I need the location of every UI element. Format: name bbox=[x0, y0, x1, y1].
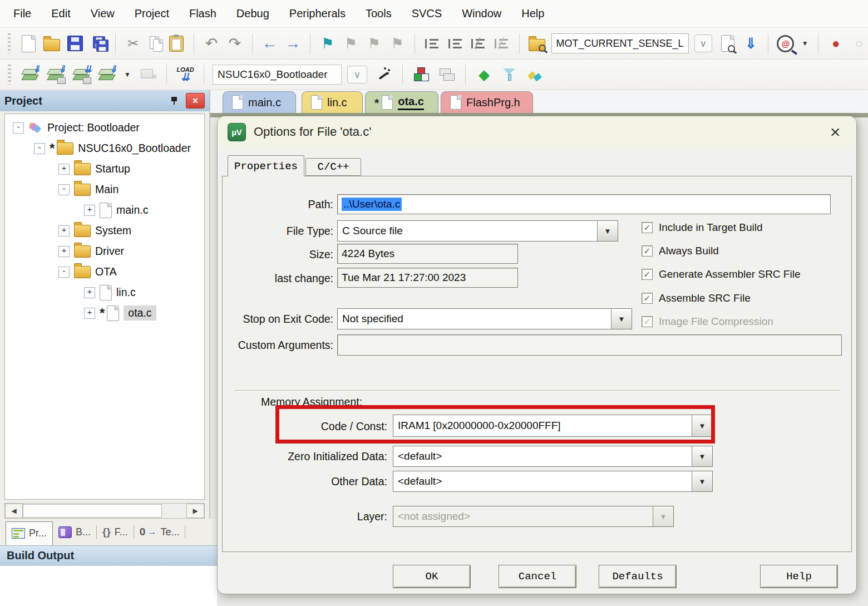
ok-button[interactable]: OK bbox=[393, 565, 471, 588]
menu-flash[interactable]: Flash bbox=[189, 7, 216, 20]
tab-ota-c[interactable]: * ota.c bbox=[365, 91, 438, 113]
tree-item-ota-c[interactable]: + * ota.c bbox=[5, 303, 204, 323]
expander[interactable]: - bbox=[34, 143, 45, 154]
tree-item-nsuc16x0-bootloader[interactable]: - * NSUC16x0_Bootloader bbox=[5, 138, 204, 159]
build-output-body[interactable] bbox=[0, 565, 217, 606]
tab-flashprg-h[interactable]: FlashPrg.h bbox=[441, 91, 533, 113]
menu-project[interactable]: Project bbox=[135, 7, 169, 20]
copy-button[interactable] bbox=[147, 35, 162, 52]
search-combobox[interactable]: MOT_CURRENT_SENSE_L bbox=[551, 33, 689, 53]
scrollbar-track[interactable] bbox=[162, 504, 186, 518]
open-file-button[interactable] bbox=[43, 33, 61, 53]
checkbox-always-build[interactable]: ✓ Always Build bbox=[642, 245, 719, 257]
expander[interactable]: + bbox=[58, 246, 70, 257]
tree-item-lin-c[interactable]: + lin.c bbox=[5, 282, 204, 303]
menu-edit[interactable]: Edit bbox=[51, 7, 70, 20]
comment-button[interactable] bbox=[470, 33, 487, 53]
dropdown-arrow-button[interactable]: ▼ bbox=[692, 471, 712, 491]
debug-session-button[interactable]: @ bbox=[777, 33, 795, 53]
toggle-bookmark-button[interactable]: ⚑ bbox=[319, 33, 337, 53]
scroll-left-button[interactable]: ◀ bbox=[5, 504, 23, 518]
dialog-close-button[interactable]: × bbox=[824, 123, 846, 141]
checkbox-generate-assembler-src[interactable]: ✓ Generate Assembler SRC File bbox=[642, 268, 801, 280]
tab-project-panel[interactable]: Pr... bbox=[6, 521, 53, 545]
expander[interactable]: - bbox=[58, 267, 70, 278]
target-combobox[interactable]: NSUC16x0_Bootloader bbox=[213, 65, 342, 85]
expander[interactable]: - bbox=[13, 122, 24, 134]
menu-help[interactable]: Help bbox=[521, 7, 544, 20]
scroll-right-button[interactable]: ▶ bbox=[186, 504, 204, 518]
search-dropdown-button[interactable]: ∨ bbox=[694, 35, 712, 52]
target-dropdown-button[interactable]: ∨ bbox=[347, 66, 367, 83]
menu-peripherals[interactable]: Peripherals bbox=[289, 7, 346, 20]
tab-lin-c[interactable]: lin.c bbox=[302, 91, 363, 113]
stop-build-button[interactable]: × bbox=[138, 65, 158, 85]
navigate-back-button[interactable]: ← bbox=[261, 33, 279, 53]
tree-item-main-c[interactable]: + main.c bbox=[5, 200, 204, 220]
menu-file[interactable]: File bbox=[13, 7, 31, 20]
zero-init-select[interactable]: <default> ▼ bbox=[393, 446, 713, 467]
checkbox-assemble-src[interactable]: ✓ Assemble SRC File bbox=[642, 292, 751, 304]
breakpoint-button[interactable]: ● bbox=[827, 33, 845, 53]
menu-window[interactable]: Window bbox=[462, 7, 501, 20]
cancel-button[interactable]: Cancel bbox=[499, 565, 576, 588]
build-button[interactable]: ⇓ bbox=[46, 65, 66, 85]
new-file-button[interactable] bbox=[19, 33, 37, 53]
menu-tools[interactable]: Tools bbox=[366, 7, 392, 20]
rebuild-button[interactable]: ⇊ bbox=[71, 65, 91, 85]
translate-button[interactable]: ⇓ bbox=[20, 65, 40, 85]
menu-debug[interactable]: Debug bbox=[236, 7, 269, 20]
expander[interactable]: + bbox=[84, 287, 95, 298]
stop-on-exit-select[interactable]: Not specified ▼ bbox=[337, 308, 632, 329]
undo-button[interactable]: ↶ bbox=[203, 33, 220, 53]
dropdown-arrow-button[interactable]: ▼ bbox=[597, 221, 618, 241]
incremental-find-button[interactable]: ⇓ bbox=[742, 33, 760, 53]
tree-item-startup[interactable]: + Startup bbox=[5, 159, 204, 179]
pin-icon[interactable] bbox=[170, 96, 179, 105]
tab-properties[interactable]: Properties bbox=[228, 155, 304, 176]
runtime-environment-button[interactable]: ◆◆ bbox=[525, 65, 545, 85]
tree-item-project-bootloader[interactable]: - Project: Bootloader bbox=[5, 117, 204, 138]
expander[interactable]: + bbox=[84, 308, 95, 319]
navigate-forward-button[interactable]: → bbox=[284, 33, 302, 53]
manage-layers-button[interactable] bbox=[437, 65, 457, 85]
scrollbar-thumb[interactable] bbox=[23, 504, 162, 518]
prev-bookmark-button[interactable]: ⚑ bbox=[365, 33, 383, 53]
expander[interactable]: + bbox=[58, 164, 70, 175]
breakpoint-disabled-button[interactable]: ○ bbox=[850, 33, 868, 53]
uncomment-button[interactable] bbox=[493, 33, 511, 53]
tab-main-c[interactable]: main.c bbox=[223, 91, 296, 113]
panel-close-button[interactable]: × bbox=[186, 93, 205, 109]
debug-dropdown-button[interactable]: ▼ bbox=[800, 33, 810, 53]
tree-item-main[interactable]: - Main bbox=[5, 179, 204, 200]
help-button[interactable]: Help bbox=[760, 565, 838, 588]
select-packs-button[interactable] bbox=[500, 65, 520, 85]
batch-build-dropdown[interactable]: ▼ bbox=[122, 65, 132, 85]
save-button[interactable] bbox=[66, 33, 84, 53]
file-type-select[interactable]: C Source file ▼ bbox=[337, 220, 618, 242]
tab-books-panel[interactable]: B... bbox=[58, 526, 91, 538]
expander[interactable]: + bbox=[58, 225, 70, 237]
dropdown-arrow-button[interactable]: ▼ bbox=[611, 309, 632, 329]
menu-svcs[interactable]: SVCS bbox=[412, 7, 442, 20]
checkbox-box[interactable]: ✓ bbox=[642, 245, 653, 257]
custom-arguments-field[interactable] bbox=[337, 334, 842, 356]
next-bookmark-button[interactable]: ⚑ bbox=[342, 33, 360, 53]
defaults-button[interactable]: Defaults bbox=[599, 565, 677, 588]
horizontal-scrollbar[interactable]: ◀ ▶ bbox=[4, 503, 205, 519]
download-button[interactable]: LOAD ⇊ bbox=[175, 65, 195, 85]
expander[interactable]: + bbox=[84, 205, 95, 216]
checkbox-box[interactable]: ✓ bbox=[642, 293, 653, 304]
tab-c-cpp[interactable]: C/C++ bbox=[305, 158, 361, 176]
cut-button[interactable]: ✂ bbox=[124, 33, 142, 53]
indent-button[interactable] bbox=[423, 33, 441, 53]
paste-button[interactable] bbox=[167, 33, 185, 53]
dropdown-arrow-button[interactable]: ▼ bbox=[692, 446, 712, 466]
tree-item-system[interactable]: + System bbox=[5, 220, 204, 241]
pack-installer-button[interactable]: ◆ bbox=[474, 65, 494, 85]
expander[interactable]: - bbox=[58, 184, 70, 195]
dialog-title-bar[interactable]: µV Options for File 'ota.c' × bbox=[218, 116, 856, 147]
batch-build-button[interactable]: ⇓ bbox=[97, 65, 117, 85]
clear-bookmarks-button[interactable]: ⚑ bbox=[388, 33, 406, 53]
tree-item-driver[interactable]: + Driver bbox=[5, 241, 204, 262]
